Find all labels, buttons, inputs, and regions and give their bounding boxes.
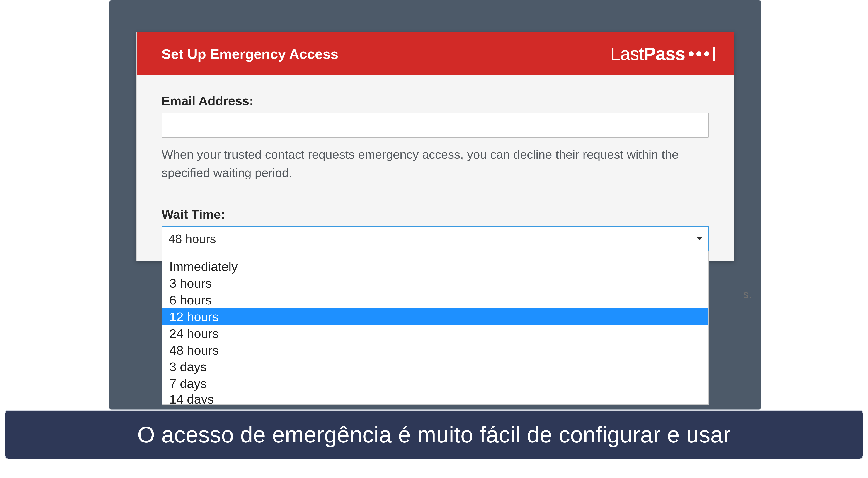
wait-time-option[interactable]: 14 days (162, 392, 708, 404)
wait-time-option[interactable]: 24 hours (162, 325, 708, 342)
wait-time-select[interactable]: 48 hours Immediately3 hours6 hours12 hou… (162, 226, 709, 251)
dialog-header: Set Up Emergency Access LastPass (137, 32, 734, 75)
help-text: When your trusted contact requests emerg… (162, 145, 709, 182)
logo-dots-icon (689, 47, 715, 61)
emergency-access-dialog: Set Up Emergency Access LastPass s. Emai… (136, 32, 734, 261)
dialog-title: Set Up Emergency Access (162, 46, 338, 62)
wait-time-option[interactable]: Immediately (162, 258, 708, 275)
dialog-body: s. Email Address: When your trusted cont… (137, 75, 734, 261)
lastpass-logo: LastPass (610, 43, 715, 64)
app-window-frame: Set Up Emergency Access LastPass s. Emai… (109, 0, 762, 410)
wait-time-dropdown-button[interactable] (690, 226, 709, 251)
wait-time-option[interactable]: 48 hours (162, 342, 708, 359)
wait-time-selected-value[interactable]: 48 hours (162, 226, 690, 251)
wait-time-label: Wait Time: (162, 207, 709, 221)
caret-down-icon (697, 237, 702, 240)
wait-time-option[interactable]: 3 days (162, 358, 708, 375)
caption-text: O acesso de emergência é muito fácil de … (137, 422, 731, 448)
wait-time-option[interactable]: 3 hours (162, 275, 708, 292)
wait-time-option[interactable]: 12 hours (162, 308, 708, 325)
wait-time-dropdown-list[interactable]: Immediately3 hours6 hours12 hours24 hour… (162, 251, 709, 405)
email-label: Email Address: (162, 94, 709, 108)
caption-bar: O acesso de emergência é muito fácil de … (4, 410, 864, 459)
background-text-fragment: s. (743, 288, 752, 301)
wait-time-option[interactable]: 6 hours (162, 292, 708, 308)
email-input[interactable] (162, 113, 709, 138)
wait-time-option[interactable]: 7 days (162, 375, 708, 392)
